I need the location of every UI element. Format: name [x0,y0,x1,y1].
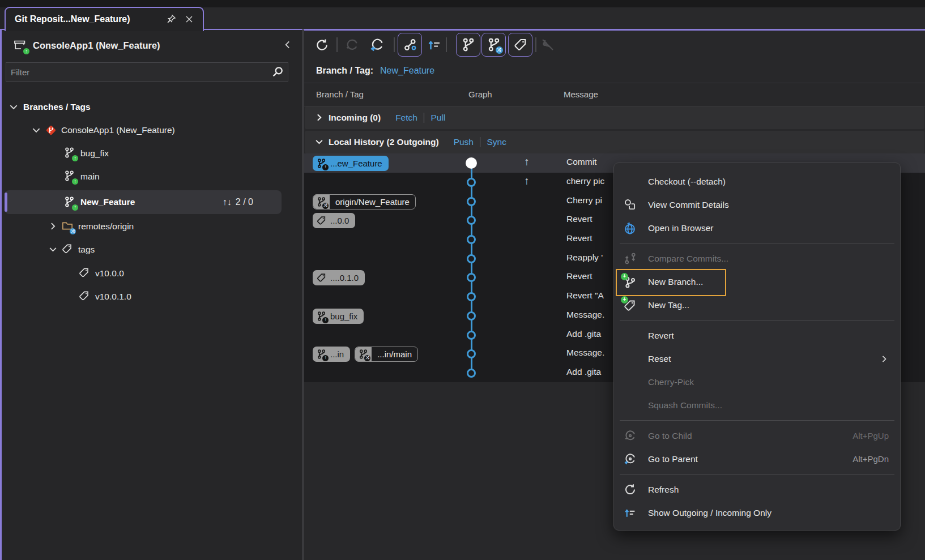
toolbar-divider [446,37,447,52]
tree-item-tag-v10-0-0[interactable]: v10.0.0 [2,262,302,285]
commit-node [467,311,476,320]
menu-item-view-commit-details[interactable]: View Commit Details [614,193,900,216]
filter-input[interactable] [6,67,271,77]
outgoing-badge-icon: ↑ [322,164,329,170]
chevron-down-icon[interactable] [314,137,325,147]
remote-badge-icon: ⤨ [322,203,329,209]
branch-pill: ↑ ...in [313,347,350,362]
tree-item-branch-new-feature-selected[interactable]: ↑ New_Feature ↑↓ 2 / 0 [5,190,282,214]
plus-badge-icon: + [621,296,628,303]
filter-field[interactable] [6,62,288,82]
branch-tag-link[interactable]: New_Feature [380,66,434,76]
hide-merge-commits-icon [538,35,558,55]
commit-node [467,292,476,301]
chevron-right-icon[interactable] [314,113,325,123]
tree-item-remotes-origin[interactable]: ⤨ remotes/origin [2,215,302,238]
commit-message: Revert [566,271,592,281]
menu-item-reset[interactable]: Reset [614,347,900,370]
outgoing-arrow-icon: ↑ [518,175,535,187]
branch-icon: ↑ [64,147,76,159]
link-divider [480,137,481,147]
fetch-link[interactable]: Fetch [395,113,417,123]
chevron-down-icon[interactable] [48,245,58,255]
chevron-left-icon[interactable] [283,40,294,51]
branch-icon: ↑ [64,196,76,208]
panel-splitter[interactable] [302,29,304,560]
chevron-down-icon[interactable] [31,125,41,135]
commit-message: Reapply ' [566,253,603,263]
go-to-child-icon [623,429,637,443]
commit-message: Revert "A [566,290,604,301]
toolbar-divider [394,37,395,52]
remote-branches-toggle[interactable]: ⤨ [481,33,506,57]
menu-item-new-tag[interactable]: + New Tag... [614,293,900,317]
refresh-icon[interactable] [312,35,332,55]
menu-item-show-outgoing-incoming-only[interactable]: Show Outgoing / Incoming Only [614,501,900,524]
tags-toggle[interactable] [508,33,532,57]
close-icon[interactable] [184,14,195,25]
branches-sidebar: ↑ ConsoleApp1 (New_Feature) Branches / [2,30,302,560]
remote-branch-icon: ⤨ [317,197,326,207]
current-branch-row: Branch / Tag: New_Feature [304,59,925,83]
go-to-parent-icon [623,452,637,467]
remote-branch-icon: ⤨ [359,349,368,359]
chevron-right-icon[interactable] [48,221,58,232]
tree-item-label: bug_fix [80,148,109,159]
commit-message: Message. [566,310,604,320]
outgoing-badge-icon: ↑ [23,48,29,54]
repository-icon: ↑ [13,39,27,52]
commit-node [467,235,476,244]
pull-icon[interactable] [367,35,387,55]
menu-item-open-in-browser[interactable]: Open in Browser [614,216,900,240]
sync-link[interactable]: Sync [487,137,506,147]
commit-message: Revert [566,214,592,224]
tag-icon [62,243,74,255]
commit-node [467,197,476,206]
tree-item-branches-tags[interactable]: Branches / Tags [2,95,302,118]
tree-item-tags-group[interactable]: tags [2,238,302,261]
branch-pill: ↑ bug_fix [313,309,364,324]
menu-item-revert[interactable]: Revert [614,324,900,347]
repo-header[interactable]: ↑ ConsoleApp1 (New_Feature) [2,33,302,57]
open-in-browser-globe-icon [623,221,637,236]
menu-item-refresh[interactable]: Refresh [614,478,900,501]
tab-git-repository[interactable]: Git Reposit...New_Feature) [5,7,204,31]
repo-name: ConsoleApp1 (New_Feature) [33,40,283,51]
tree-item-tag-v10-0-1-0[interactable]: v10.0.1.0 [2,285,302,308]
commit-message: Commit [566,157,596,167]
commit-message: Add .gita [566,329,601,339]
outgoing-incoming-counts: ↑↓ 2 / 0 [223,190,253,214]
branch-icon: ↑ [64,170,76,182]
tree-item-branch-bugfix[interactable]: ↑ bug_fix [2,142,302,165]
push-link[interactable]: Push [454,137,474,147]
menu-item-go-to-parent[interactable]: Go to Parent Alt+PgDn [614,447,900,471]
local-branches-toggle[interactable] [456,33,480,57]
commit-message: cherry pic [566,176,604,186]
remote-badge-icon: ⤨ [496,46,503,54]
tree-item-repo[interactable]: ConsoleApp1 (New_Feature) [2,118,302,142]
outgoing-incoming-filter-icon[interactable] [424,35,445,55]
commit-node [467,273,476,282]
new-branch-icon: + [623,275,637,289]
git-repository-window: Git Reposit...New_Feature) ↑ ConsoleApp1… [0,0,925,560]
local-history-label: Local History (2 Outgoing) [329,137,439,147]
incoming-section-bar[interactable]: Incoming (0) Fetch Pull [305,106,924,129]
pin-icon[interactable] [165,14,177,25]
column-headers: Branch / Tag Graph Message [304,83,925,106]
tree-item-label: main [80,172,100,182]
plus-badge-icon: + [621,273,628,280]
fetch-icon [342,35,362,55]
current-branch-pill: ↑ ...ew_Feature [313,156,389,171]
pull-link[interactable]: Pull [430,113,445,123]
local-history-section-bar[interactable]: Local History (2 Outgoing) Push Sync [305,131,924,153]
chevron-down-icon[interactable] [8,102,19,112]
commit-graph-toggle[interactable] [398,33,422,57]
menu-item-checkout-detach[interactable]: Checkout (--detach) [614,170,900,193]
tree-item-branch-main[interactable]: ↑ main [2,165,302,188]
menu-item-go-to-child: Go to Child Alt+PgUp [614,424,900,447]
search-icon[interactable] [271,66,284,78]
menu-item-new-branch[interactable]: + New Branch... [614,270,900,293]
menu-separator [620,243,894,243]
outgoing-badge-icon: ↑ [72,178,78,185]
tree-item-label: New_Feature [80,197,135,207]
